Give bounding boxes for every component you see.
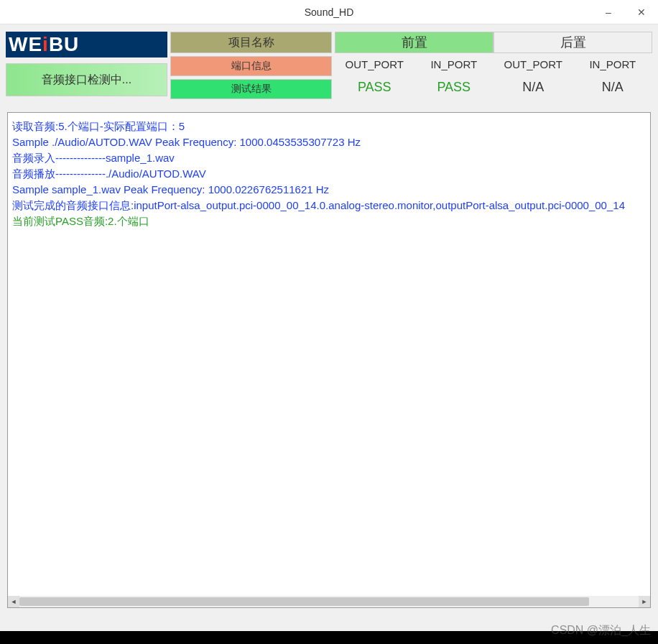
horizontal-scrollbar[interactable]: ◄ ► bbox=[8, 596, 650, 607]
scroll-track[interactable] bbox=[19, 596, 639, 607]
back-out-result: N/A bbox=[493, 75, 573, 99]
close-button[interactable]: ✕ bbox=[625, 0, 658, 24]
status-label: 音频接口检测中... bbox=[6, 63, 167, 96]
back-results: N/A N/A bbox=[493, 75, 652, 99]
watermark: CSDN @漂泊_人生 bbox=[551, 623, 651, 638]
back-in-result: N/A bbox=[573, 75, 653, 99]
mid-column: 项目名称 端口信息 测试结果 bbox=[170, 32, 332, 99]
log-content[interactable]: 读取音频:5.个端口-实际配置端口：5Sample ./Audio/AUTOD.… bbox=[8, 113, 650, 596]
back-header: 后置 bbox=[493, 32, 652, 53]
scroll-thumb[interactable] bbox=[19, 597, 589, 606]
window-title: Sound_HD bbox=[305, 6, 354, 18]
front-header: 前置 bbox=[335, 32, 493, 53]
back-in-port-label: IN_PORT bbox=[573, 53, 653, 75]
front-results: PASS PASS bbox=[335, 75, 493, 99]
front-in-port-label: IN_PORT bbox=[414, 53, 494, 75]
log-line: Sample sample_1.wav Peak Frequency: 1000… bbox=[12, 182, 646, 198]
front-out-result: PASS bbox=[335, 75, 414, 99]
window-controls: – ✕ bbox=[592, 0, 658, 24]
back-out-port-label: OUT_PORT bbox=[493, 53, 573, 75]
log-line: 音频录入--------------sample_1.wav bbox=[12, 150, 646, 166]
main-content: WEiBU 音频接口检测中... 项目名称 端口信息 测试结果 前置 OUT_P… bbox=[0, 24, 658, 608]
log-line: 测试完成的音频接口信息:inputPort-alsa_output.pci-00… bbox=[12, 198, 646, 213]
log-line: Sample ./Audio/AUTOD.WAV Peak Frequency:… bbox=[12, 134, 646, 150]
logo: WEiBU bbox=[6, 32, 167, 58]
minimize-button[interactable]: – bbox=[592, 0, 625, 24]
scroll-right-button[interactable]: ► bbox=[639, 596, 650, 607]
log-panel: 读取音频:5.个端口-实际配置端口：5Sample ./Audio/AUTOD.… bbox=[7, 112, 651, 608]
front-out-port-label: OUT_PORT bbox=[335, 53, 414, 75]
top-section: WEiBU 音频接口检测中... 项目名称 端口信息 测试结果 前置 OUT_P… bbox=[0, 32, 658, 99]
header-port-info: 端口信息 bbox=[170, 56, 332, 76]
scroll-left-button[interactable]: ◄ bbox=[8, 596, 19, 607]
left-column: WEiBU 音频接口检测中... bbox=[6, 32, 167, 99]
log-line: 读取音频:5.个端口-实际配置端口：5 bbox=[12, 119, 646, 134]
log-line: 当前测试PASS音频:2.个端口 bbox=[12, 213, 646, 229]
logo-text: WEiBU bbox=[9, 33, 79, 56]
front-group: 前置 OUT_PORT IN_PORT PASS PASS bbox=[335, 32, 493, 99]
front-port-labels: OUT_PORT IN_PORT bbox=[335, 53, 493, 75]
port-columns: 前置 OUT_PORT IN_PORT PASS PASS 后置 OUT_POR… bbox=[335, 32, 652, 99]
back-port-labels: OUT_PORT IN_PORT bbox=[493, 53, 652, 75]
titlebar: Sound_HD – ✕ bbox=[0, 0, 658, 24]
back-group: 后置 OUT_PORT IN_PORT N/A N/A bbox=[493, 32, 652, 99]
header-project-name: 项目名称 bbox=[170, 32, 332, 53]
log-line: 音频播放--------------./Audio/AUTOD.WAV bbox=[12, 166, 646, 182]
front-in-result: PASS bbox=[414, 75, 494, 99]
header-test-result: 测试结果 bbox=[170, 79, 332, 99]
